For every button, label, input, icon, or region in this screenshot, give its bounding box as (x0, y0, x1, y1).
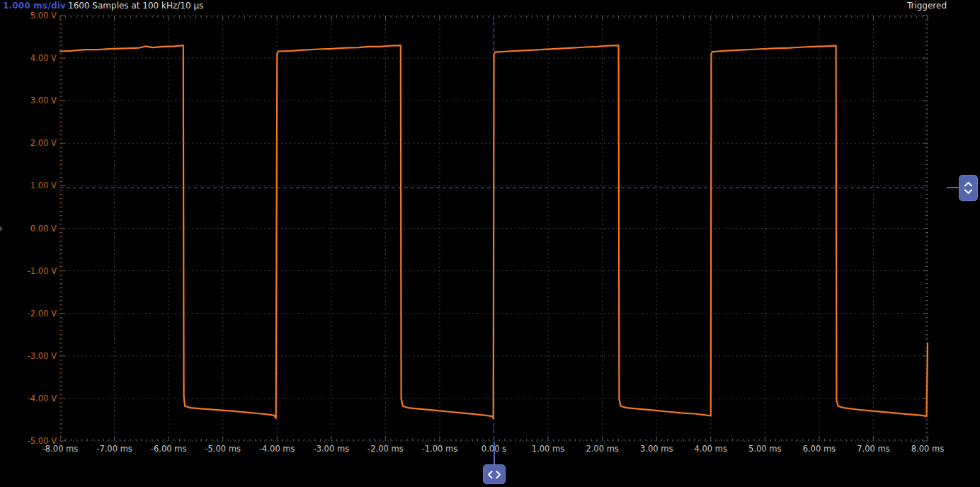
y-axis-label: -1.00 V (0, 266, 57, 276)
plot-area[interactable] (0, 0, 980, 487)
trigger-position-connector-line (494, 442, 495, 464)
x-axis-label: 5.00 ms (736, 444, 793, 454)
trigger-level-connector-line (947, 187, 959, 188)
y-axis-label: 5.00 V (0, 11, 57, 21)
channel-ground-marker[interactable] (0, 226, 3, 231)
trigger-level-up-button[interactable] (964, 181, 973, 187)
y-axis-label: 4.00 V (0, 53, 57, 63)
x-axis-label: 3.00 ms (628, 444, 685, 454)
x-axis-label: 4.00 ms (683, 444, 739, 454)
waveform-trace-channel-1 (60, 45, 928, 418)
chevron-up-icon (964, 181, 973, 187)
trigger-level-control[interactable] (959, 175, 978, 201)
x-axis-label: 6.00 ms (791, 444, 848, 454)
x-axis-label: 1.00 ms (520, 444, 576, 454)
x-axis-label: -4.00 ms (249, 444, 305, 454)
chevron-left-icon (487, 470, 493, 479)
y-axis-label: 3.00 V (0, 96, 57, 105)
chevron-right-icon (496, 470, 501, 479)
trigger-position-right-button[interactable] (496, 470, 501, 479)
x-axis-label: -2.00 ms (357, 444, 414, 454)
y-axis-label: 1.00 V (0, 181, 57, 190)
x-axis-label: 8.00 ms (899, 444, 956, 454)
trigger-level-down-button[interactable] (964, 189, 973, 195)
x-axis-label: 7.00 ms (845, 444, 901, 454)
y-axis-label: -4.00 V (0, 394, 57, 403)
trigger-position-control[interactable] (483, 464, 506, 484)
x-axis-label: -5.00 ms (195, 444, 251, 454)
y-axis-label: -3.00 V (0, 351, 57, 361)
x-axis-label: 2.00 ms (574, 444, 631, 454)
y-axis-label: -2.00 V (0, 309, 57, 319)
x-axis-label: -7.00 ms (86, 444, 143, 454)
x-axis-label: -3.00 ms (303, 444, 360, 454)
x-axis-label: -8.00 ms (32, 444, 89, 454)
trigger-position-left-button[interactable] (487, 470, 493, 479)
x-axis-label: -1.00 ms (411, 444, 468, 454)
oscilloscope-screen: 1.000 ms/div 1600 Samples at 100 kHz/10 … (0, 0, 980, 487)
y-axis-label: 2.00 V (0, 138, 57, 148)
x-axis-label: -6.00 ms (140, 444, 197, 454)
y-axis-label: 0.00 V (0, 224, 57, 234)
chevron-down-icon (964, 189, 973, 195)
